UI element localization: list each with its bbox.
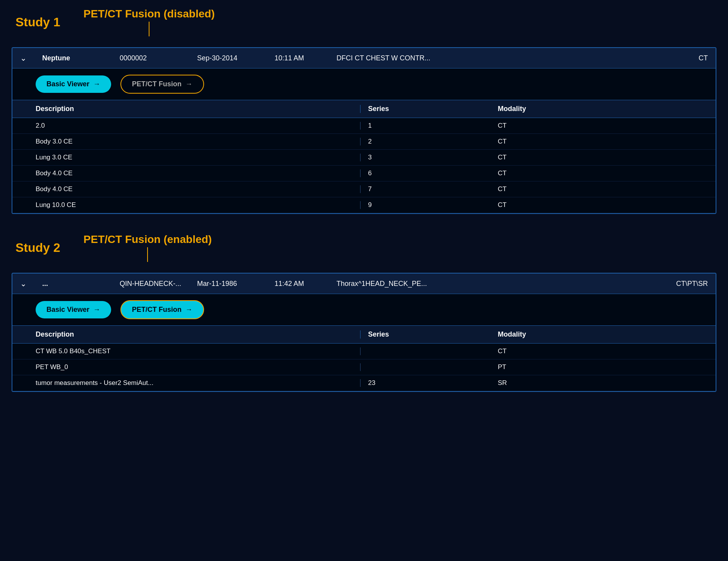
row-2-series: 2 xyxy=(360,138,498,145)
study-1-fusion-container: PET/CT Fusion (disabled) xyxy=(84,8,215,36)
study-1-pet-ct-label: PET/CT Fusion xyxy=(132,80,182,88)
study-1-basic-viewer-button[interactable]: Basic Viewer → xyxy=(36,75,111,93)
row-1-series: 1 xyxy=(360,122,498,130)
study-1-fusion-label: PET/CT Fusion (disabled) xyxy=(84,8,215,20)
table-row: Lung 3.0 CE 3 CT xyxy=(12,150,716,166)
study-1-col-series-header: Series xyxy=(360,105,498,113)
row-4-desc: Body 4.0 CE xyxy=(36,169,360,177)
study-2-basic-viewer-button[interactable]: Basic Viewer → xyxy=(36,301,111,318)
study-1-modality: CT xyxy=(669,54,708,62)
study-2-title: Study 2 xyxy=(15,241,60,255)
study-1-panel: ⌄ Neptune 0000002 Sep-30-2014 10:11 AM D… xyxy=(12,47,716,214)
study-2-connector-line xyxy=(147,247,148,262)
study-1-col-desc-header: Description xyxy=(36,105,360,113)
row-6-desc: Lung 10.0 CE xyxy=(36,201,360,209)
s2-row-1-desc: CT WB 5.0 B40s_CHEST xyxy=(36,347,360,355)
table-row: Body 3.0 CE 2 CT xyxy=(12,134,716,150)
study-1-title: Study 1 xyxy=(15,15,60,29)
row-5-desc: Body 4.0 CE xyxy=(36,185,360,193)
s2-row-3-series: 23 xyxy=(360,379,498,387)
study-1-series-table: Description Series Modality 2.0 1 CT Bod… xyxy=(12,100,716,213)
row-6-modality: CT xyxy=(498,201,693,209)
s2-row-3-desc: tumor measurements - User2 SemiAut... xyxy=(36,379,360,387)
study-2-date: Mar-11-1986 xyxy=(197,280,259,288)
table-row: PET WB_0 PT xyxy=(12,359,716,375)
study-1-label-row: Study 1 PET/CT Fusion (disabled) xyxy=(15,8,215,36)
study-1-id: 0000002 xyxy=(120,54,182,62)
study-2-basic-viewer-label: Basic Viewer xyxy=(46,306,89,314)
study-1-description: DFCI CT CHEST W CONTR... xyxy=(337,54,654,62)
study-1-basic-viewer-label: Basic Viewer xyxy=(46,80,89,88)
row-1-modality: CT xyxy=(498,122,693,130)
study-1-pet-ct-arrow-icon: → xyxy=(185,80,192,88)
s2-row-1-series xyxy=(360,347,498,355)
study-2-table-header: Description Series Modality xyxy=(12,326,716,344)
study-2-pet-ct-arrow-icon: → xyxy=(185,306,192,314)
study-1-time: 10:11 AM xyxy=(275,54,321,62)
study-2-description: Thorax^1HEAD_NECK_PE... xyxy=(337,280,654,288)
table-row: tumor measurements - User2 SemiAut... 23… xyxy=(12,375,716,391)
study-1-basic-viewer-arrow-icon: → xyxy=(93,80,100,88)
row-3-series: 3 xyxy=(360,154,498,161)
study-2-section: Study 2 PET/CT Fusion (enabled) ⌄ ... QI… xyxy=(12,233,716,392)
study-2-title-row: Study 2 PET/CT Fusion (enabled) xyxy=(12,233,716,265)
study-1-table-header: Description Series Modality xyxy=(12,100,716,118)
study-2-buttons-row: Basic Viewer → PET/CT Fusion → xyxy=(12,294,716,326)
study-2-id: QIN-HEADNECK-... xyxy=(120,280,182,288)
s2-row-2-series xyxy=(360,363,498,371)
s2-row-2-desc: PET WB_0 xyxy=(36,363,360,371)
row-1-desc: 2.0 xyxy=(36,122,360,130)
row-2-desc: Body 3.0 CE xyxy=(36,138,360,145)
study-1-section: Study 1 PET/CT Fusion (disabled) ⌄ Neptu… xyxy=(12,8,716,214)
study-2-col-series-header: Series xyxy=(360,330,498,339)
study-2-pet-ct-label: PET/CT Fusion xyxy=(132,306,182,314)
study-2-label-row: Study 2 PET/CT Fusion (enabled) xyxy=(15,233,212,262)
row-4-modality: CT xyxy=(498,169,693,177)
row-5-modality: CT xyxy=(498,185,693,193)
s2-row-2-modality: PT xyxy=(498,363,693,371)
row-5-series: 7 xyxy=(360,185,498,193)
study-2-basic-viewer-arrow-icon: → xyxy=(93,306,100,314)
row-4-series: 6 xyxy=(360,169,498,177)
study-1-chevron-icon[interactable]: ⌄ xyxy=(20,53,27,63)
study-1-connector-line xyxy=(149,22,149,36)
table-row: Body 4.0 CE 7 CT xyxy=(12,181,716,197)
study-1-pet-ct-button[interactable]: PET/CT Fusion → xyxy=(120,75,204,94)
study-2-chevron-icon[interactable]: ⌄ xyxy=(20,279,27,288)
study-2-time: 11:42 AM xyxy=(275,280,321,288)
study-2-col-modality-header: Modality xyxy=(498,330,693,339)
study-1-date: Sep-30-2014 xyxy=(197,54,259,62)
table-row: Body 4.0 CE 6 CT xyxy=(12,166,716,181)
row-3-modality: CT xyxy=(498,154,693,161)
table-row: Lung 10.0 CE 9 CT xyxy=(12,197,716,213)
study-2-patient: ... xyxy=(42,280,104,288)
study-1-patient: Neptune xyxy=(42,54,104,62)
study-2-fusion-label: PET/CT Fusion (enabled) xyxy=(84,233,212,246)
study-1-buttons-row: Basic Viewer → PET/CT Fusion → xyxy=(12,68,716,100)
table-row: CT WB 5.0 B40s_CHEST CT xyxy=(12,344,716,359)
table-row: 2.0 1 CT xyxy=(12,118,716,134)
study-1-title-row: Study 1 PET/CT Fusion (disabled) xyxy=(12,8,716,39)
study-2-fusion-container: PET/CT Fusion (enabled) xyxy=(84,233,212,262)
study-2-col-desc-header: Description xyxy=(36,330,360,339)
study-2-pet-ct-button[interactable]: PET/CT Fusion → xyxy=(120,300,204,319)
study-1-col-modality-header: Modality xyxy=(498,105,693,113)
s2-row-1-modality: CT xyxy=(498,347,693,355)
s2-row-3-modality: SR xyxy=(498,379,693,387)
study-2-modality: CT\PT\SR xyxy=(669,280,708,288)
row-3-desc: Lung 3.0 CE xyxy=(36,154,360,161)
row-2-modality: CT xyxy=(498,138,693,145)
study-2-panel: ⌄ ... QIN-HEADNECK-... Mar-11-1986 11:42… xyxy=(12,273,716,392)
study-1-header-row: ⌄ Neptune 0000002 Sep-30-2014 10:11 AM D… xyxy=(12,48,716,68)
study-2-header-row: ⌄ ... QIN-HEADNECK-... Mar-11-1986 11:42… xyxy=(12,274,716,294)
study-2-series-table: Description Series Modality CT WB 5.0 B4… xyxy=(12,326,716,391)
row-6-series: 9 xyxy=(360,201,498,209)
